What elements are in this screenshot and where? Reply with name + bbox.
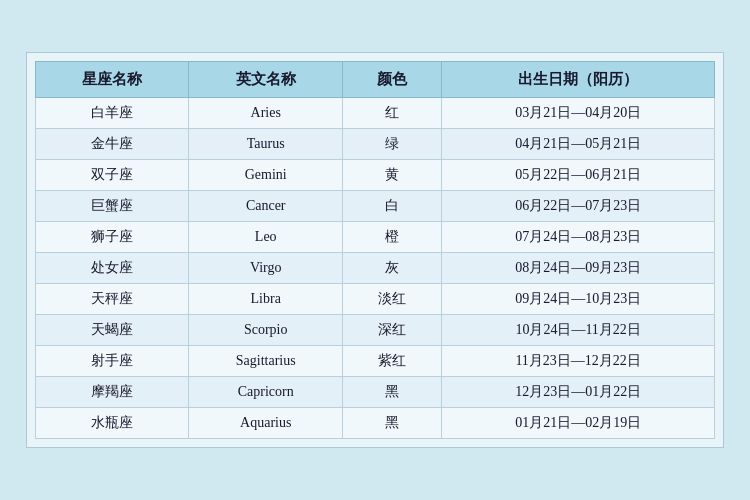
cell-english: Gemini [189,160,342,191]
cell-chinese: 天秤座 [36,284,189,315]
cell-chinese: 天蝎座 [36,315,189,346]
cell-english: Cancer [189,191,342,222]
header-chinese-name: 星座名称 [36,62,189,98]
cell-date: 10月24日—11月22日 [442,315,715,346]
cell-chinese: 水瓶座 [36,408,189,439]
cell-color: 深红 [342,315,441,346]
table-row: 天秤座Libra淡红09月24日—10月23日 [36,284,715,315]
cell-color: 黑 [342,408,441,439]
cell-color: 黄 [342,160,441,191]
cell-chinese: 摩羯座 [36,377,189,408]
cell-english: Taurus [189,129,342,160]
cell-date: 09月24日—10月23日 [442,284,715,315]
cell-date: 11月23日—12月22日 [442,346,715,377]
table-header-row: 星座名称 英文名称 颜色 出生日期（阳历） [36,62,715,98]
main-container: 星座名称 英文名称 颜色 出生日期（阳历） 白羊座Aries红03月21日—04… [26,52,724,448]
cell-english: Leo [189,222,342,253]
cell-date: 06月22日—07月23日 [442,191,715,222]
cell-chinese: 白羊座 [36,98,189,129]
cell-color: 黑 [342,377,441,408]
table-row: 水瓶座Aquarius黑01月21日—02月19日 [36,408,715,439]
cell-date: 01月21日—02月19日 [442,408,715,439]
cell-english: Libra [189,284,342,315]
header-color: 颜色 [342,62,441,98]
table-row: 天蝎座Scorpio深红10月24日—11月22日 [36,315,715,346]
cell-color: 橙 [342,222,441,253]
cell-color: 白 [342,191,441,222]
table-row: 处女座Virgo灰08月24日—09月23日 [36,253,715,284]
table-row: 射手座Sagittarius紫红11月23日—12月22日 [36,346,715,377]
header-english-name: 英文名称 [189,62,342,98]
cell-date: 07月24日—08月23日 [442,222,715,253]
cell-color: 红 [342,98,441,129]
cell-color: 紫红 [342,346,441,377]
cell-chinese: 金牛座 [36,129,189,160]
cell-english: Capricorn [189,377,342,408]
table-row: 巨蟹座Cancer白06月22日—07月23日 [36,191,715,222]
cell-chinese: 巨蟹座 [36,191,189,222]
table-row: 狮子座Leo橙07月24日—08月23日 [36,222,715,253]
cell-color: 淡红 [342,284,441,315]
cell-date: 08月24日—09月23日 [442,253,715,284]
cell-english: Aries [189,98,342,129]
cell-chinese: 双子座 [36,160,189,191]
cell-date: 12月23日—01月22日 [442,377,715,408]
cell-english: Aquarius [189,408,342,439]
cell-chinese: 处女座 [36,253,189,284]
cell-chinese: 射手座 [36,346,189,377]
table-row: 金牛座Taurus绿04月21日—05月21日 [36,129,715,160]
zodiac-table: 星座名称 英文名称 颜色 出生日期（阳历） 白羊座Aries红03月21日—04… [35,61,715,439]
table-row: 双子座Gemini黄05月22日—06月21日 [36,160,715,191]
cell-date: 03月21日—04月20日 [442,98,715,129]
header-date: 出生日期（阳历） [442,62,715,98]
cell-english: Scorpio [189,315,342,346]
cell-color: 灰 [342,253,441,284]
cell-english: Virgo [189,253,342,284]
table-row: 摩羯座Capricorn黑12月23日—01月22日 [36,377,715,408]
cell-date: 04月21日—05月21日 [442,129,715,160]
cell-chinese: 狮子座 [36,222,189,253]
cell-color: 绿 [342,129,441,160]
table-row: 白羊座Aries红03月21日—04月20日 [36,98,715,129]
cell-english: Sagittarius [189,346,342,377]
cell-date: 05月22日—06月21日 [442,160,715,191]
